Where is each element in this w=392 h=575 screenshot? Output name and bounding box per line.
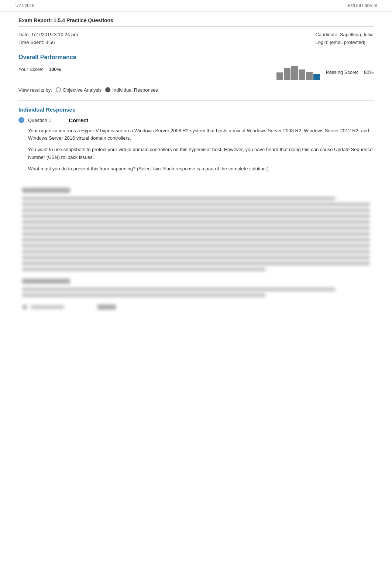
question-1-header: Question 1: Correct (18, 117, 374, 123)
view-option-objective[interactable]: Objective Analysis (56, 87, 102, 93)
top-bar: 1/27/2019 TestOut LabSim (0, 0, 392, 11)
main-content: Exam Report: 1.5.4 Practice Questions Da… (0, 11, 392, 322)
exam-candidate: Candidate: Sapelkina, Iuliia (315, 31, 374, 39)
blurred-block-1 (22, 188, 370, 271)
question-1-result: Correct (69, 117, 88, 123)
exam-title: Exam Report: 1.5.4 Practice Questions (18, 17, 374, 27)
exam-time-spent: Time Spent: 3:56 (18, 39, 78, 47)
top-bar-date: 1/27/2019 (15, 3, 34, 8)
question-1-label: Question 1: (28, 118, 65, 123)
bar-chart (276, 65, 320, 80)
exam-date: Date: 1/27/2019 3:10:24 pm (18, 31, 78, 39)
question-1-para-2: You want to use snapshots to protect you… (28, 146, 374, 161)
blurred-result (97, 304, 116, 310)
passing-score-area: Passing Score: 80% (276, 65, 374, 80)
bar-4 (299, 69, 305, 80)
individual-responses-title: Individual Responses (18, 106, 374, 113)
passing-score-value: 80% (364, 69, 374, 75)
blurred-dot (22, 304, 27, 310)
meta-left: Date: 1/27/2019 3:10:24 pm Time Spent: 3… (18, 31, 78, 47)
bar-1 (276, 72, 283, 80)
blurred-title-1 (22, 188, 70, 193)
exam-login: Login: [email protected] (315, 39, 374, 47)
meta-info: Date: 1/27/2019 3:10:24 pm Time Spent: 3… (18, 31, 374, 47)
view-results: View results by: Objective Analysis Indi… (18, 87, 374, 93)
blurred-block-2 (22, 279, 370, 297)
blurred-title-2 (22, 279, 70, 284)
blurred-content (18, 184, 374, 316)
radio-individual[interactable] (105, 87, 110, 92)
blurred-question-label (31, 305, 64, 309)
view-option-individual[interactable]: Individual Responses (105, 87, 158, 93)
passing-score-label: Passing Score: (326, 69, 358, 75)
view-option-objective-label: Objective Analysis (63, 87, 102, 93)
question-1-dot (18, 117, 24, 123)
score-area: Your Score: 100% Passing Score: 80% (18, 65, 374, 80)
section-divider (18, 100, 374, 101)
blurred-question-header (22, 304, 370, 310)
top-bar-app-name: TestOut LabSim (346, 3, 377, 8)
bar-chart-container (276, 65, 320, 80)
your-score-value: 100% (49, 67, 61, 72)
bar-highlight (313, 74, 320, 80)
overall-performance-title: Overall Performance (18, 54, 374, 61)
view-option-individual-label: Individual Responses (112, 87, 158, 93)
question-1-block: Question 1: Correct Your organization ru… (18, 117, 374, 173)
view-results-label: View results by: (18, 87, 52, 93)
radio-objective[interactable] (56, 87, 61, 92)
your-score-label: Your Score: (18, 67, 43, 72)
question-1-para-1: Your organization runs a Hyper-V hypervi… (28, 127, 374, 143)
bar-5 (306, 72, 313, 80)
question-1-para-3: What must you do to prevent this from ha… (28, 165, 374, 173)
meta-right: Candidate: Sapelkina, Iuliia Login: [ema… (315, 31, 374, 47)
your-score: Your Score: 100% (18, 67, 61, 72)
bar-2 (284, 68, 290, 80)
bar-3 (291, 66, 298, 80)
